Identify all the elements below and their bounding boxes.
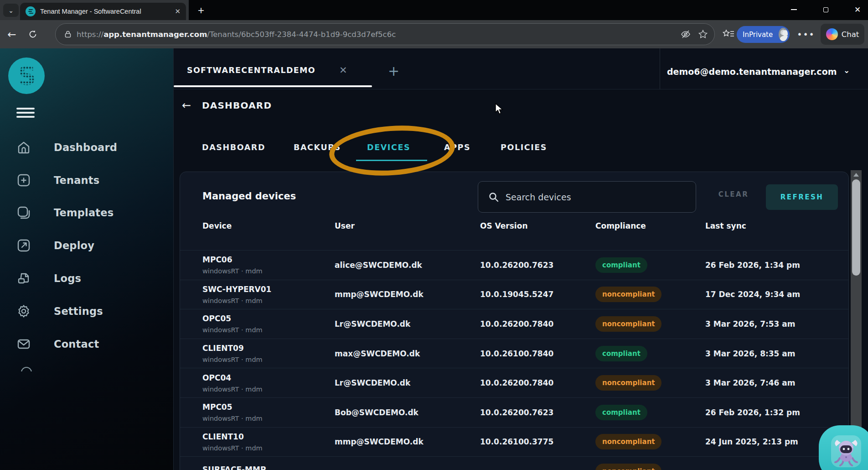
compliance-cell: noncompliant: [595, 464, 705, 470]
table-row[interactable]: OPC05 windowsRT · mdm Lr@SWCDEMO.dk 10.0…: [180, 309, 849, 339]
device-name: SWC-HYPERV01: [202, 285, 335, 294]
address-bar[interactable]: https://app.tenantmanager.com/Tenants/6b…: [55, 23, 715, 45]
compliance-cell: noncompliant: [595, 287, 705, 302]
table-row[interactable]: CLIENT09 windowsRT · mdm max@SWCDEMO.dk …: [180, 339, 849, 369]
copilot-chat-button[interactable]: Chat: [821, 24, 864, 45]
favorite-button[interactable]: [694, 29, 712, 39]
sidebar-menu-toggle[interactable]: [16, 108, 35, 118]
window-close-button[interactable]: ✕: [844, 0, 868, 19]
back-arrow-icon[interactable]: ←: [182, 99, 191, 112]
star-icon: [698, 29, 708, 39]
sidebar-item-templates[interactable]: Templates: [9, 202, 164, 224]
inprivate-badge[interactable]: InPrivate: [737, 26, 790, 43]
device-cell: CLIENT10 windowsRT · mdm: [202, 432, 335, 452]
compliance-badge: noncompliant: [595, 464, 661, 470]
table-row[interactable]: OPC04 windowsRT · mdm Lr@SWCDEMO.dk 10.0…: [180, 368, 849, 398]
compliance-cell: compliant: [595, 346, 705, 361]
col-last-sync: Last sync: [705, 221, 849, 230]
device-user: mmp@SWCDEMO.dk: [335, 290, 480, 299]
device-last-sync: 3 Mar 2026, 8:35 am: [705, 349, 849, 358]
sidebar-item-tenants[interactable]: Tenants: [9, 169, 164, 191]
device-last-sync: 26 Feb 2026, 1:34 pm: [705, 261, 849, 270]
sidebar-item-label: Contact: [54, 338, 99, 350]
site-info-lock-icon[interactable]: [64, 30, 72, 38]
window-minimize-button[interactable]: [780, 0, 807, 19]
device-last-sync: 3 Mar 2026, 7:46 am: [705, 378, 849, 387]
table-row[interactable]: MPC06 windowsRT · mdm alice@SWCDEMO.dk 1…: [180, 251, 849, 280]
reload-button[interactable]: [24, 20, 42, 48]
robot-mascot-icon: [832, 436, 860, 466]
tenant-tab-add-icon[interactable]: +: [388, 63, 399, 79]
device-cell: SWC-HYPERV01 windowsRT · mdm: [202, 285, 335, 304]
sidebar-item-label: Tenants: [54, 174, 99, 186]
search-input[interactable]: Search devices: [478, 181, 696, 213]
tab-backups[interactable]: BACKUPS: [294, 143, 341, 152]
header-divider: [660, 48, 660, 89]
table-header: Device User OS Version Compliance Last s…: [180, 221, 849, 230]
assistant-chat-button[interactable]: [819, 425, 868, 470]
scrollbar-thumb[interactable]: [852, 179, 860, 276]
device-name: OPC04: [202, 373, 335, 382]
chevron-down-icon[interactable]: ⌄: [843, 66, 850, 75]
device-cell: MPC05 windowsRT · mdm: [202, 402, 335, 422]
device-cell: SURFACE-MMP: [202, 465, 335, 470]
sidebar-item-deploy[interactable]: Deploy: [9, 235, 164, 256]
table-row[interactable]: SURFACE-MMP noncompliant: [180, 457, 849, 470]
window-restore-button[interactable]: [812, 0, 839, 19]
table-row[interactable]: CLIENT10 windowsRT · mdm mmp@SWCDEMO.dk …: [180, 428, 849, 457]
sidebar-item-dashboard[interactable]: Dashboard: [9, 136, 164, 158]
site-favicon: [26, 6, 36, 16]
device-last-sync: 17 Dec 2024, 9:34 am: [705, 290, 849, 299]
compliance-badge: noncompliant: [595, 375, 661, 391]
sidebar-item-logs[interactable]: Logs: [9, 267, 164, 289]
tab-close-icon[interactable]: ✕: [175, 7, 181, 16]
compliance-badge: noncompliant: [595, 287, 661, 302]
url-path: /Tenants/6bc503ff-2384-4474-b1d9-9cd3d7e…: [207, 30, 396, 39]
tracking-prevention-button[interactable]: [677, 29, 694, 39]
reload-icon: [28, 30, 37, 39]
device-subtitle: windowsRT · mdm: [202, 326, 335, 334]
eye-slash-icon: [681, 29, 691, 39]
clear-button[interactable]: CLEAR: [705, 190, 762, 198]
device-subtitle: windowsRT · mdm: [202, 444, 335, 452]
device-os-version: 10.0.26200.7840: [480, 319, 595, 329]
device-os-version: 10.0.19045.5247: [480, 290, 595, 299]
browser-menu-button[interactable]: •••: [797, 20, 815, 48]
refresh-button[interactable]: REFRESH: [766, 184, 838, 210]
svg-text:S: S: [18, 61, 36, 90]
deploy-icon: [16, 238, 31, 253]
compliance-badge: noncompliant: [595, 434, 661, 449]
add-square-icon: [16, 173, 31, 188]
panel-title: Managed devices: [202, 191, 296, 202]
tab-devices[interactable]: DEVICES: [367, 143, 410, 152]
tenant-tab-close-icon[interactable]: ✕: [339, 65, 347, 76]
favorites-list-icon: [723, 29, 734, 39]
device-subtitle: windowsRT · mdm: [202, 415, 335, 422]
col-os-version: OS Version: [480, 221, 595, 230]
back-button[interactable]: ←: [3, 20, 21, 48]
scrollbar-up-arrow[interactable]: [853, 173, 859, 177]
compliance-cell: compliant: [595, 405, 705, 420]
tenant-tab[interactable]: SOFTWARECENTRALDEMO: [187, 66, 315, 75]
url-host: app.tenantmanager.com: [103, 30, 207, 39]
sidebar-item-settings[interactable]: Settings: [9, 300, 164, 322]
tab-policies[interactable]: POLICIES: [501, 143, 547, 152]
new-tab-button[interactable]: +: [194, 4, 208, 17]
tab-apps[interactable]: APPS: [444, 143, 470, 152]
page-title: DASHBOARD: [202, 100, 272, 111]
tab-dashboard[interactable]: DASHBOARD: [202, 143, 265, 152]
device-subtitle: windowsRT · mdm: [202, 297, 335, 304]
tab-search-button[interactable]: ⌄: [3, 4, 19, 17]
softwarecentral-logo[interactable]: S: [8, 57, 45, 94]
table-row[interactable]: MPC05 windowsRT · mdm Bob@SWCDEMO.dk 10.…: [180, 398, 849, 428]
sidebar-item-contact[interactable]: Contact: [9, 333, 164, 355]
sidebar-item-label: Dashboard: [54, 141, 117, 153]
url-scheme: https://: [77, 30, 103, 39]
sidebar-partial-item: [21, 367, 33, 371]
account-menu[interactable]: demo6@demo.tenantmanager.com: [667, 67, 837, 77]
browser-tab[interactable]: Tenant Manager - SoftwareCentral ✕: [20, 3, 186, 20]
table-row[interactable]: SWC-HYPERV01 windowsRT · mdm mmp@SWCDEMO…: [180, 280, 849, 310]
favorites-bar-button[interactable]: [719, 20, 738, 48]
sidebar-item-label: Templates: [54, 207, 114, 219]
sidebar-item-label: Logs: [54, 272, 81, 284]
